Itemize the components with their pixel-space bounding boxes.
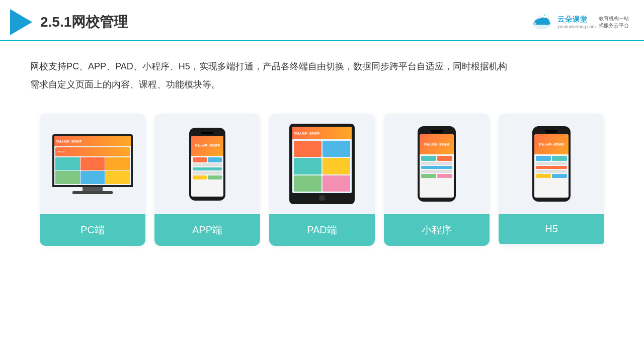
phone-notch [201,132,213,134]
svg-point-1 [539,16,540,17]
card-app: 职途人的第一堂职推课 [154,114,260,246]
card-h5-label: H5 [499,214,604,244]
card-miniprogram-label: 小程序 [384,214,490,246]
phone-body-2 [420,154,454,198]
pc-screen: 职途人的第一堂职推课 课程推荐 [54,136,131,185]
tablet-screen-top: 职途人的第一堂职推课 [292,127,352,139]
card-pad-image: 职途人的第一堂职推课 [269,114,375,214]
tablet-screen: 职途人的第一堂职推课 [292,127,352,193]
pc-stand [83,187,103,191]
phone-notch-2 [431,130,443,133]
phone-banner-text-3: 职途人的第一堂职推课 [539,143,564,146]
card-app-image: 职途人的第一堂职推课 [154,114,260,214]
phone-body-3 [534,154,569,198]
tablet-home-button [319,195,325,201]
header: 2.5.1网校管理 云朵课堂 yunduoketang.com 教育机构一站 式… [0,0,644,41]
phone-banner-text: 职途人的第一堂职推课 [195,144,220,147]
phone-banner-3: 职途人的第一堂职推课 [534,134,569,154]
card-h5: 职途人的第一堂职推课 [499,114,604,246]
svg-point-2 [544,15,545,16]
phone-banner: 职途人的第一堂职推课 [191,136,223,156]
description-block: 网校支持PC、APP、PAD、小程序、H5，实现多端打通，产品各终端自由切换，数… [0,41,644,104]
card-pc-image: 职途人的第一堂职推课 课程推荐 [40,114,145,214]
phone-screen-2: 职途人的第一堂职推课 [420,134,454,198]
logo-text: 云朵课堂 yunduoketang.com [557,15,596,29]
svg-point-3 [548,17,549,18]
logo-slogan-line1: 教育机构一站 [599,15,629,22]
phone-screen: 职途人的第一堂职推课 [191,136,223,197]
pc-device-mock: 职途人的第一堂职推课 课程推荐 [52,134,133,194]
logo-name: 云朵课堂 [557,15,588,24]
card-app-label: APP端 [154,214,260,246]
card-h5-image: 职途人的第一堂职推课 [499,114,604,214]
pc-screen-body: 课程推荐 [54,146,131,185]
logo-slogan-line2: 式服务云平台 [599,22,629,29]
description-line2: 需求自定义页面上的内容、课程、功能模块等。 [30,75,614,94]
logo-slogan: 教育机构一站 式服务云平台 [599,15,629,29]
miniprogram-phone-mock: 职途人的第一堂职推课 [418,126,456,202]
phone-body [191,156,223,197]
phone-notch-3 [545,130,557,133]
phone-banner-text-2: 职途人的第一堂职推课 [424,143,449,146]
card-pc-label: PC端 [40,214,145,246]
card-pad: 职途人的第一堂职推课 PAD端 [269,114,375,246]
header-right: 云朵课堂 yunduoketang.com 教育机构一站 式服务云平台 [529,13,629,31]
pc-monitor: 职途人的第一堂职推课 课程推荐 [52,134,133,187]
header-left: 2.5.1网校管理 [10,9,128,35]
tablet-mock: 职途人的第一堂职推课 [289,124,355,204]
page-title: 2.5.1网校管理 [40,13,128,32]
logo-url: yunduoketang.com [557,24,596,29]
card-miniprogram-image: 职途人的第一堂职推课 [384,114,490,214]
cloud-icon [529,13,554,31]
pc-screen-top: 职途人的第一堂职推课 [54,136,131,146]
card-pad-label: PAD端 [269,214,375,246]
brand-logo: 云朵课堂 yunduoketang.com 教育机构一站 式服务云平台 [529,13,629,31]
app-phone-mock: 职途人的第一堂职推课 [189,128,225,201]
cards-section: 职途人的第一堂职推课 课程推荐 [0,109,644,256]
pc-base [72,191,113,194]
description-line1: 网校支持PC、APP、PAD、小程序、H5，实现多端打通，产品各终端自由切换，数… [30,57,614,75]
card-miniprogram: 职途人的第一堂职推课 [384,114,490,246]
triangle-logo-icon [10,9,32,35]
phone-screen-3: 职途人的第一堂职推课 [534,134,569,198]
tablet-screen-content [292,139,352,193]
phone-banner-2: 职途人的第一堂职推课 [420,134,454,154]
pc-screen-brand: 职途人的第一堂职推课 [56,140,82,143]
h5-phone-mock: 职途人的第一堂职推课 [532,126,571,202]
card-pc: 职途人的第一堂职推课 课程推荐 [40,114,145,246]
